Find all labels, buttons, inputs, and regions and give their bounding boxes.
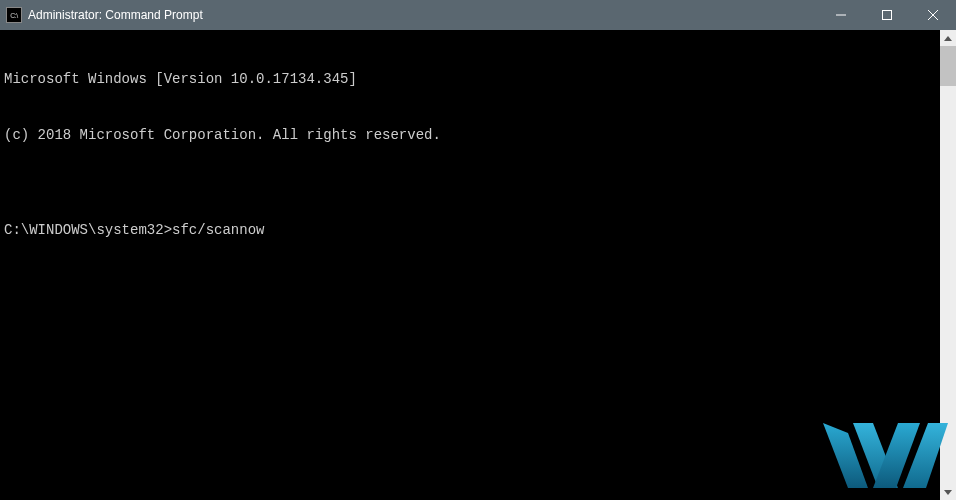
minimize-button[interactable]	[818, 0, 864, 30]
typed-command: sfc/scannow	[172, 222, 264, 238]
vertical-scrollbar[interactable]	[940, 30, 956, 500]
version-line: Microsoft Windows [Version 10.0.17134.34…	[4, 70, 936, 89]
prompt-line: C:\WINDOWS\system32>sfc/scannow	[4, 221, 936, 240]
scroll-up-button[interactable]	[940, 30, 956, 46]
window-titlebar: C:\ Administrator: Command Prompt	[0, 0, 956, 30]
copyright-line: (c) 2018 Microsoft Corporation. All righ…	[4, 126, 936, 145]
console-output[interactable]: Microsoft Windows [Version 10.0.17134.34…	[0, 30, 940, 500]
window-controls	[818, 0, 956, 30]
close-button[interactable]	[910, 0, 956, 30]
scroll-thumb[interactable]	[940, 46, 956, 86]
prompt-path: C:\WINDOWS\system32>	[4, 222, 172, 238]
cmd-icon: C:\	[6, 7, 22, 23]
scroll-down-button[interactable]	[940, 484, 956, 500]
maximize-button[interactable]	[864, 0, 910, 30]
svg-rect-1	[883, 11, 892, 20]
window-title: Administrator: Command Prompt	[28, 8, 818, 22]
